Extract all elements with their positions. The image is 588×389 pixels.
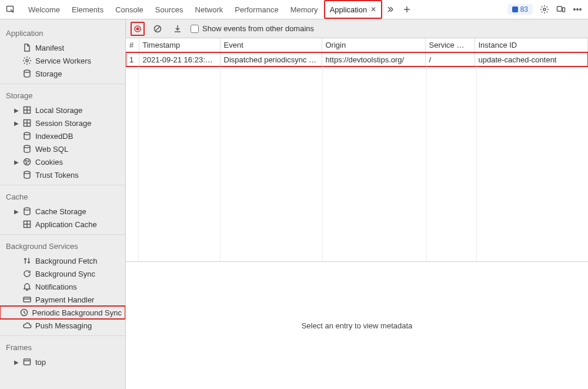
db-icon <box>22 69 32 78</box>
show-other-domains-toggle[interactable]: Show events from other domains <box>191 24 314 33</box>
new-tab-button[interactable] <box>399 1 415 18</box>
cell-service-worker: / <box>425 52 475 67</box>
sidebar-item-web-sql[interactable]: Web SQL <box>0 142 125 155</box>
sidebar-item-session-storage[interactable]: ▶Session Storage <box>0 117 125 129</box>
sidebar-item-storage[interactable]: Storage <box>0 67 125 80</box>
expand-arrow-icon[interactable]: ▶ <box>12 107 21 114</box>
expand-arrow-icon[interactable]: ▶ <box>12 120 21 127</box>
issues-count: 83 <box>520 5 528 14</box>
sidebar-item-service-workers[interactable]: Service Workers <box>0 54 125 67</box>
section-cache-title: Cache <box>0 185 125 205</box>
clear-button[interactable] <box>151 22 165 36</box>
db-icon <box>22 131 32 141</box>
issues-badge[interactable]: 83 <box>507 4 533 15</box>
sidebar-item-cache-storage[interactable]: ▶Cache Storage <box>0 205 125 218</box>
cell-instance-id: update-cached-content <box>475 52 588 67</box>
download-icon <box>173 24 182 34</box>
col-header-timestamp[interactable]: Timestamp <box>139 38 220 52</box>
sidebar-item-local-storage[interactable]: ▶Local Storage <box>0 104 125 117</box>
bell-icon <box>22 282 32 291</box>
chevrons-icon <box>386 5 395 14</box>
record-button[interactable] <box>131 22 145 36</box>
devices-button[interactable] <box>553 1 569 18</box>
sidebar-item-payment-handler[interactable]: Payment Handler <box>0 293 125 306</box>
tab-console[interactable]: Console <box>109 0 149 19</box>
plus-icon <box>402 5 412 14</box>
ban-icon <box>153 24 162 34</box>
gear-icon <box>540 5 549 14</box>
show-other-domains-label: Show events from other domains <box>202 24 314 33</box>
sidebar-item-manifest[interactable]: Manifest <box>0 41 125 54</box>
top-tabbar: Welcome Elements Console Sources Network… <box>0 0 588 19</box>
settings-button[interactable] <box>536 1 553 18</box>
sidebar-item-cookies[interactable]: ▶Cookies <box>0 155 125 168</box>
more-menu-button[interactable] <box>569 1 586 18</box>
section-background-title: Background Services <box>0 235 125 254</box>
db-icon <box>22 207 32 216</box>
detail-placeholder: Select an entry to view metadata <box>126 262 588 389</box>
col-header-service-worker[interactable]: Service Wo… <box>425 38 475 52</box>
save-button[interactable] <box>171 22 185 36</box>
table-header-row: # Timestamp Event Origin Service Wo… Ins… <box>126 38 588 52</box>
tab-elements[interactable]: Elements <box>66 0 109 19</box>
card-icon <box>22 295 32 304</box>
events-table: # Timestamp Event Origin Service Wo… Ins… <box>126 38 588 262</box>
detail-placeholder-text: Select an entry to view metadata <box>302 321 413 330</box>
expand-arrow-icon[interactable]: ▶ <box>12 208 21 215</box>
col-header-origin[interactable]: Origin <box>322 38 425 52</box>
cookie-icon <box>22 157 32 167</box>
tab-performance[interactable]: Performance <box>229 0 284 19</box>
clock-icon <box>19 308 29 317</box>
sidebar-item-trust-tokens[interactable]: Trust Tokens <box>0 168 125 181</box>
table-empty-area <box>126 67 588 262</box>
close-icon[interactable]: ✕ <box>370 5 376 14</box>
section-frames-title: Frames <box>0 336 125 355</box>
show-other-domains-checkbox[interactable] <box>191 25 199 33</box>
sidebar-item-top-frame[interactable]: ▶top <box>0 355 125 368</box>
db-icon <box>22 144 32 154</box>
cloud-icon <box>22 321 32 330</box>
sidebar-item-background-sync[interactable]: Background Sync <box>0 267 125 280</box>
sidebar-item-indexeddb[interactable]: IndexedDB <box>0 129 125 142</box>
sidebar-item-periodic-background-sync[interactable]: Periodic Background Sync <box>0 306 125 319</box>
grid-icon <box>22 220 32 229</box>
section-storage-title: Storage <box>0 84 125 104</box>
file-icon <box>22 43 32 52</box>
col-header-index[interactable]: # <box>126 38 139 52</box>
record-icon <box>133 24 142 34</box>
section-application-title: Application <box>0 22 125 41</box>
tab-application[interactable]: Application ✕ <box>324 0 383 19</box>
inspect-button[interactable] <box>2 1 19 18</box>
more-tabs-button[interactable] <box>382 1 399 18</box>
grid-icon <box>22 118 32 128</box>
devices-icon <box>556 5 566 14</box>
tabs-list: Welcome Elements Console Sources Network… <box>22 0 382 19</box>
cell-event: Dispatched periodicsync e… <box>220 52 322 67</box>
expand-arrow-icon[interactable]: ▶ <box>12 159 21 165</box>
tab-welcome[interactable]: Welcome <box>22 0 66 19</box>
sidebar-item-notifications[interactable]: Notifications <box>0 280 125 293</box>
tab-application-label: Application <box>330 5 368 14</box>
updown-icon <box>22 256 32 265</box>
expand-arrow-icon[interactable]: ▶ <box>12 359 21 365</box>
db-icon <box>22 170 32 179</box>
sidebar-item-background-fetch[interactable]: Background Fetch <box>0 254 125 267</box>
issues-dot-icon <box>512 6 518 12</box>
tab-memory[interactable]: Memory <box>285 0 324 19</box>
events-toolbar: Show events from other domains <box>126 19 588 38</box>
refresh-icon <box>22 269 32 278</box>
content-panel: Show events from other domains # Timesta… <box>126 19 588 389</box>
col-header-event[interactable]: Event <box>220 38 322 52</box>
sidebar-item-push-messaging[interactable]: Push Messaging <box>0 319 125 332</box>
cell-origin: https://devtoolstips.org/ <box>322 52 425 67</box>
dots-icon <box>573 5 582 14</box>
grid-icon <box>22 105 32 115</box>
table-row[interactable]: 1 2021-09-21 16:23:40… Dispatched period… <box>126 52 588 67</box>
sidebar-item-application-cache[interactable]: Application Cache <box>0 218 125 231</box>
cell-timestamp: 2021-09-21 16:23:40… <box>139 52 220 67</box>
tab-network[interactable]: Network <box>189 0 229 19</box>
col-header-instance-id[interactable]: Instance ID <box>475 38 588 52</box>
window-icon <box>22 357 32 367</box>
gear-icon <box>22 56 32 65</box>
tab-sources[interactable]: Sources <box>149 0 189 19</box>
